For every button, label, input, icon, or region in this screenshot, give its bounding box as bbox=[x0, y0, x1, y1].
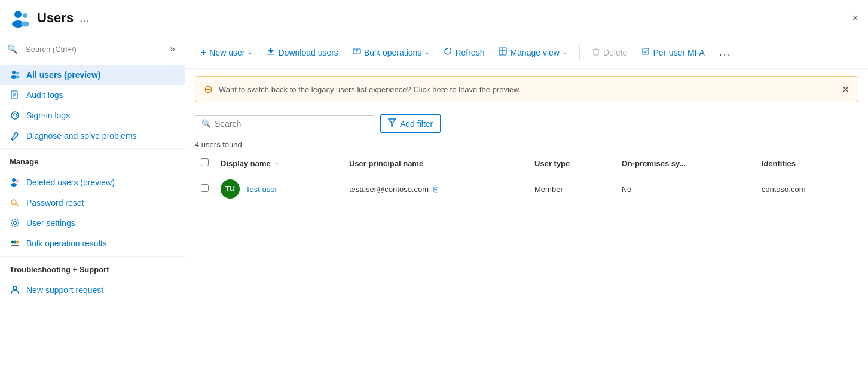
row-checkbox[interactable] bbox=[201, 184, 209, 192]
bulk-operations-button[interactable]: Bulk operations ⌄ bbox=[347, 44, 436, 61]
svg-marker-38 bbox=[389, 119, 396, 126]
gear-icon bbox=[10, 218, 20, 228]
row-identities: contoso.com bbox=[756, 173, 858, 205]
sidebar-item-bulk-results[interactable]: Bulk operation results bbox=[0, 233, 185, 254]
col-on-premises[interactable]: On-premises sy... bbox=[616, 154, 756, 173]
svg-point-3 bbox=[21, 22, 29, 27]
svg-point-13 bbox=[12, 178, 16, 182]
sidebar-item-user-settings-label: User settings bbox=[26, 218, 75, 228]
sidebar-item-diagnose[interactable]: Diagnose and solve problems bbox=[0, 126, 185, 146]
manage-view-icon bbox=[499, 47, 507, 57]
svg-rect-34 bbox=[594, 50, 598, 55]
download-icon bbox=[267, 47, 275, 57]
content-area: + New user ⌄ Download users Bulk operati… bbox=[185, 36, 868, 369]
sidebar-search-area: 🔍 » bbox=[0, 36, 185, 62]
svg-rect-25 bbox=[11, 245, 19, 246]
delete-button[interactable]: Delete bbox=[586, 44, 633, 61]
sidebar-item-signin-label: Sign-in logs bbox=[26, 111, 70, 120]
sidebar-item-support-request[interactable]: New support request bbox=[0, 280, 185, 300]
notice-banner: ⊖ Want to switch back to the legacy user… bbox=[195, 76, 858, 102]
main-layout: 🔍 » All users (preview) bbox=[0, 36, 868, 369]
sidebar-item-all-users[interactable]: All users (preview) bbox=[0, 65, 185, 85]
notice-close-button[interactable]: ✕ bbox=[842, 84, 849, 95]
sidebar-item-signin-logs[interactable]: Sign-in logs bbox=[0, 105, 185, 126]
bulk-chevron-icon: ⌄ bbox=[424, 49, 429, 56]
svg-point-21 bbox=[14, 222, 17, 225]
sidebar-item-support-label: New support request bbox=[26, 285, 103, 295]
sidebar-item-audit-logs[interactable]: Audit logs bbox=[0, 85, 185, 105]
row-user-type: Member bbox=[528, 173, 616, 205]
bulk-icon bbox=[10, 238, 20, 249]
svg-rect-31 bbox=[499, 48, 506, 55]
sidebar-collapse-button[interactable]: » bbox=[167, 41, 178, 57]
bulk-op-icon bbox=[353, 47, 361, 57]
notice-icon: ⊖ bbox=[204, 83, 213, 96]
sidebar-item-bulk-results-label: Bulk operation results bbox=[26, 239, 107, 248]
wrench-icon bbox=[10, 130, 20, 141]
svg-point-14 bbox=[11, 183, 17, 187]
sidebar-item-user-settings[interactable]: User settings bbox=[0, 213, 185, 233]
row-on-premises: No bbox=[616, 173, 756, 205]
row-checkbox-cell bbox=[195, 173, 215, 205]
manage-view-button[interactable]: Manage view ⌄ bbox=[493, 44, 573, 61]
new-user-button[interactable]: + New user ⌄ bbox=[195, 44, 258, 62]
sidebar-search-input[interactable] bbox=[21, 42, 164, 57]
per-user-mfa-button[interactable]: Per-user MFA bbox=[635, 44, 710, 61]
close-button[interactable]: × bbox=[852, 12, 858, 25]
col-user-type[interactable]: User type bbox=[528, 154, 616, 173]
plus-icon: + bbox=[201, 47, 206, 58]
download-users-button[interactable]: Download users bbox=[261, 44, 344, 61]
people-icon bbox=[10, 69, 20, 80]
sidebar: 🔍 » All users (preview) bbox=[0, 36, 185, 369]
sidebar-item-password-reset-label: Password reset bbox=[26, 198, 84, 208]
header-more-button[interactable]: ... bbox=[80, 12, 88, 25]
svg-rect-27 bbox=[267, 54, 274, 55]
table-header-row: Display name ↑ User principal name User … bbox=[195, 154, 858, 173]
key-icon bbox=[10, 197, 20, 208]
table-row: TU Test user testuser@contoso.com ⎘ Memb… bbox=[195, 173, 858, 205]
users-table-wrap: Display name ↑ User principal name User … bbox=[185, 154, 868, 369]
toolbar-more-button[interactable]: ... bbox=[713, 42, 738, 62]
search-icon: 🔍 bbox=[201, 119, 211, 128]
search-input[interactable] bbox=[215, 119, 368, 129]
svg-rect-37 bbox=[643, 48, 649, 54]
mfa-icon bbox=[641, 47, 650, 57]
manage-section-title: Manage bbox=[0, 148, 185, 170]
people-delete-icon bbox=[10, 177, 20, 188]
svg-point-7 bbox=[16, 76, 20, 79]
sidebar-item-deleted-users-label: Deleted users (preview) bbox=[26, 178, 115, 187]
sidebar-item-password-reset[interactable]: Password reset bbox=[0, 193, 185, 213]
svg-point-0 bbox=[14, 11, 22, 18]
users-icon bbox=[10, 7, 31, 29]
user-avatar: TU bbox=[221, 179, 240, 199]
col-upn[interactable]: User principal name bbox=[343, 154, 528, 173]
page-title: Users bbox=[37, 10, 74, 26]
sort-asc-icon: ↑ bbox=[275, 160, 279, 167]
sidebar-nav: All users (preview) Audit logs bbox=[0, 62, 185, 146]
signin-icon bbox=[10, 110, 20, 121]
col-identities[interactable]: Identities bbox=[756, 154, 858, 173]
header-checkbox-cell bbox=[195, 154, 215, 173]
support-section-title: Troubleshooting + Support bbox=[0, 256, 185, 277]
col-display-name[interactable]: Display name ↑ bbox=[215, 154, 343, 173]
filter-icon bbox=[388, 118, 396, 129]
copy-upn-icon[interactable]: ⎘ bbox=[433, 185, 438, 194]
select-all-checkbox[interactable] bbox=[201, 158, 209, 166]
search-bar: 🔍 Add filter bbox=[185, 109, 868, 138]
toolbar: + New user ⌄ Download users Bulk operati… bbox=[185, 36, 868, 69]
notice-text[interactable]: Want to switch back to the legacy users … bbox=[219, 85, 521, 94]
refresh-icon bbox=[444, 47, 452, 57]
person-icon bbox=[10, 285, 20, 295]
refresh-button[interactable]: Refresh bbox=[438, 44, 490, 61]
svg-point-2 bbox=[23, 13, 27, 18]
users-table: Display name ↑ User principal name User … bbox=[195, 154, 858, 205]
sidebar-search-icon: 🔍 bbox=[7, 44, 17, 54]
row-upn: testuser@contoso.com ⎘ bbox=[343, 173, 528, 205]
user-name-link[interactable]: Test user bbox=[246, 185, 277, 194]
svg-point-24 bbox=[16, 241, 19, 244]
sidebar-item-deleted-users[interactable]: Deleted users (preview) bbox=[0, 172, 185, 193]
header: Users ... × bbox=[0, 0, 868, 36]
add-filter-button[interactable]: Add filter bbox=[380, 114, 441, 133]
svg-point-4 bbox=[12, 71, 16, 74]
support-nav: New support request bbox=[0, 277, 185, 300]
